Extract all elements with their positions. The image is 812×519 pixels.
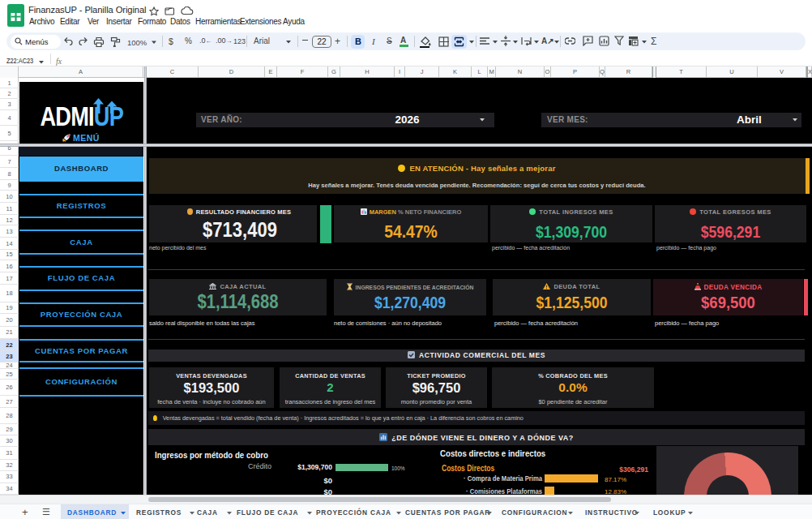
svg-text:100%: 100% [127,38,147,47]
